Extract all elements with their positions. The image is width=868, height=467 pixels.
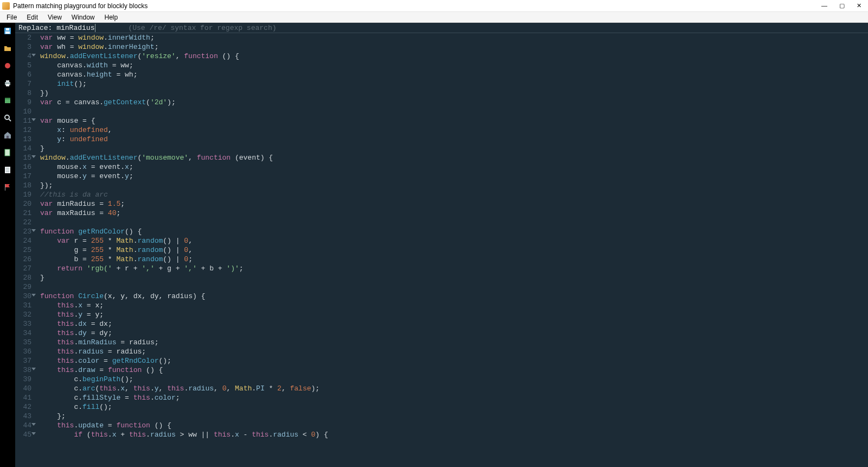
line-number: 32 [15, 310, 31, 319]
save-icon[interactable] [3, 26, 12, 36]
line-number: 15 [15, 153, 31, 162]
line-number: 21 [15, 209, 31, 218]
line-number: 27 [15, 264, 31, 273]
replace-bar[interactable]: Replace: minRadius (Use /re/ syntax for … [15, 23, 868, 33]
line-number: 41 [15, 393, 31, 402]
code-line[interactable]: canvas.height = wh; [40, 70, 868, 79]
doc-icon[interactable] [3, 165, 12, 175]
code-line[interactable]: }; [40, 412, 868, 421]
code-line[interactable]: mouse.x = event.x; [40, 162, 868, 172]
code-body[interactable]: var ww = window.innerWidth;var wh = wind… [34, 33, 868, 467]
fold-toggle-icon[interactable] [31, 423, 36, 426]
code-line[interactable] [40, 282, 868, 292]
close-button[interactable]: ✕ [857, 2, 861, 9]
code-line[interactable]: c.arc(this.x, this.y, this.radius, 0, Ma… [40, 384, 868, 393]
code-line[interactable]: init(); [40, 79, 868, 89]
record-icon[interactable] [3, 61, 12, 71]
line-number: 29 [15, 282, 31, 292]
code-line[interactable]: }); [40, 181, 868, 190]
code-line[interactable]: //this is da arc [40, 190, 868, 199]
line-number: 17 [15, 172, 31, 181]
code-line[interactable]: mouse.y = event.y; [40, 172, 868, 181]
code-line[interactable]: this.y = y; [40, 310, 868, 319]
code-line[interactable]: this.dx = dx; [40, 319, 868, 329]
menu-item-view[interactable]: View [43, 12, 66, 22]
code-line[interactable]: canvas.width = ww; [40, 61, 868, 70]
menu-item-window[interactable]: Window [67, 12, 99, 22]
line-number: 23 [15, 227, 31, 236]
code-line[interactable]: window.addEventListener('mousemove', fun… [40, 153, 868, 162]
code-editor[interactable]: 2345678910111213141516171819202122232425… [15, 33, 868, 467]
code-line[interactable]: this.minRadius = radius; [40, 338, 868, 347]
code-line[interactable]: var r = 255 * Math.random() | 0, [40, 236, 868, 245]
code-line[interactable]: var wh = window.innerHeight; [40, 42, 868, 52]
titlebar: Pattern matching playground for blockly … [0, 0, 868, 12]
module-icon[interactable] [3, 96, 12, 105]
fold-toggle-icon[interactable] [31, 155, 36, 158]
fold-toggle-icon[interactable] [31, 54, 36, 56]
flag-icon[interactable] [3, 182, 12, 192]
menu-item-edit[interactable]: Edit [22, 12, 42, 22]
line-number: 38 [15, 365, 31, 375]
menu-item-file[interactable]: File [2, 12, 21, 22]
code-line[interactable]: var maxRadius = 40; [40, 209, 868, 218]
code-line[interactable]: b = 255 * Math.random() | 0; [40, 255, 868, 264]
code-line[interactable]: this.draw = function () { [40, 365, 868, 375]
code-line[interactable]: window.addEventListener('resize', functi… [40, 52, 868, 61]
code-line[interactable]: var minRadius = 1.5; [40, 199, 868, 209]
code-line[interactable]: var ww = window.innerWidth; [40, 33, 868, 42]
search-icon[interactable] [3, 113, 12, 123]
menubar: FileEditViewWindowHelp [0, 12, 868, 23]
print-icon[interactable] [3, 78, 12, 88]
line-number: 33 [15, 319, 31, 329]
line-number: 2 [15, 33, 31, 42]
code-line[interactable]: c.beginPath(); [40, 375, 868, 384]
line-number: 6 [15, 70, 31, 79]
code-line[interactable]: } [40, 273, 868, 282]
minimize-button[interactable]: — [821, 2, 827, 9]
line-number: 13 [15, 135, 31, 144]
line-number: 3 [15, 42, 31, 52]
code-line[interactable]: this.radius = radius; [40, 347, 868, 356]
code-line[interactable]: c.fill(); [40, 402, 868, 412]
code-line[interactable]: return 'rgb(' + r + ',' + g + ',' + b + … [40, 264, 868, 273]
line-number: 9 [15, 98, 31, 107]
code-line[interactable]: } [40, 144, 868, 153]
fold-toggle-icon[interactable] [31, 294, 36, 296]
line-number: 8 [15, 89, 31, 98]
open-icon[interactable] [3, 43, 12, 53]
line-number: 5 [15, 61, 31, 70]
maximize-button[interactable]: ▢ [839, 2, 845, 9]
line-number: 10 [15, 107, 31, 116]
page-icon[interactable] [3, 148, 12, 157]
line-number: 40 [15, 384, 31, 393]
line-number: 42 [15, 402, 31, 412]
code-line[interactable]: var mouse = { [40, 116, 868, 125]
code-line[interactable]: }) [40, 89, 868, 98]
code-line[interactable]: this.dy = dy; [40, 329, 868, 338]
code-line[interactable]: function getRndColor() { [40, 227, 868, 236]
code-line[interactable]: function Circle(x, y, dx, dy, radius) { [40, 292, 868, 301]
code-line[interactable] [40, 218, 868, 227]
code-line[interactable] [40, 107, 868, 116]
replace-input[interactable]: minRadius [56, 24, 95, 32]
fold-toggle-icon[interactable] [31, 118, 36, 121]
code-line[interactable]: this.update = function () { [40, 421, 868, 430]
code-line[interactable]: var c = canvas.getContext('2d'); [40, 98, 868, 107]
menu-item-help[interactable]: Help [100, 12, 123, 22]
code-line[interactable]: c.fillStyle = this.color; [40, 393, 868, 402]
code-line[interactable]: this.color = getRndColor(); [40, 356, 868, 365]
replace-label: Replace: [18, 24, 56, 32]
code-line[interactable]: y: undefined [40, 135, 868, 144]
line-number: 7 [15, 79, 31, 89]
code-line[interactable]: if (this.x + this.radius > ww || this.x … [40, 430, 868, 439]
main-area: Replace: minRadius (Use /re/ syntax for … [0, 23, 868, 467]
line-number: 28 [15, 273, 31, 282]
code-line[interactable]: x: undefined, [40, 125, 868, 135]
fold-toggle-icon[interactable] [31, 432, 36, 435]
code-line[interactable]: g = 255 * Math.random() | 0, [40, 245, 868, 255]
code-line[interactable]: this.x = x; [40, 301, 868, 310]
fold-toggle-icon[interactable] [31, 368, 36, 370]
home-icon[interactable] [3, 130, 12, 140]
fold-toggle-icon[interactable] [31, 229, 36, 232]
